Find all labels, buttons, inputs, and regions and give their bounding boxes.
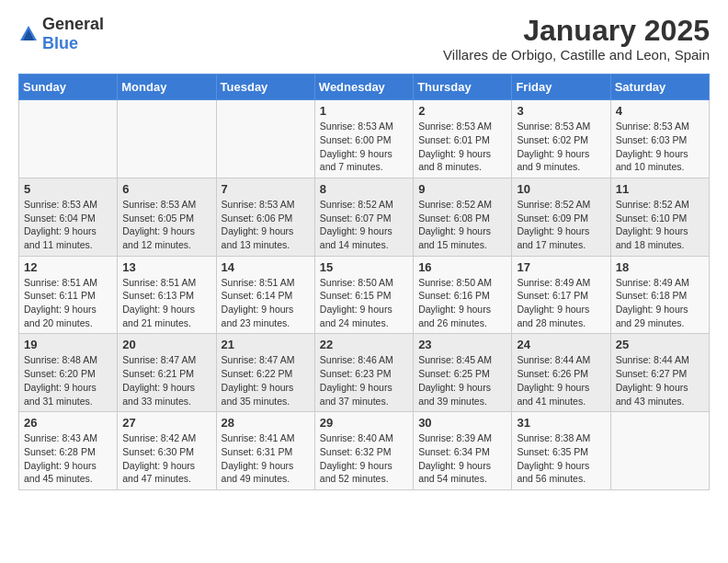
- page: General Blue January 2025 Villares de Or…: [0, 0, 728, 505]
- calendar-week-row: 1Sunrise: 8:53 AM Sunset: 6:00 PM Daylig…: [19, 100, 710, 178]
- calendar-cell: 11Sunrise: 8:52 AM Sunset: 6:10 PM Dayli…: [610, 178, 709, 256]
- day-detail: Sunrise: 8:53 AM Sunset: 6:04 PM Dayligh…: [24, 198, 112, 252]
- calendar-cell: 31Sunrise: 8:38 AM Sunset: 6:35 PM Dayli…: [512, 412, 610, 490]
- calendar-cell: 16Sunrise: 8:50 AM Sunset: 6:16 PM Dayli…: [414, 256, 512, 334]
- day-number: 21: [222, 338, 310, 351]
- logo-text: General Blue: [42, 15, 104, 53]
- day-number: 22: [320, 338, 408, 351]
- day-number: 20: [122, 338, 210, 351]
- calendar-table: SundayMondayTuesdayWednesdayThursdayFrid…: [18, 74, 710, 490]
- day-detail: Sunrise: 8:39 AM Sunset: 6:34 PM Dayligh…: [418, 431, 506, 486]
- day-detail: Sunrise: 8:53 AM Sunset: 6:03 PM Dayligh…: [616, 120, 704, 174]
- day-detail: Sunrise: 8:51 AM Sunset: 6:14 PM Dayligh…: [222, 276, 310, 330]
- calendar-cell: 2Sunrise: 8:53 AM Sunset: 6:01 PM Daylig…: [414, 100, 512, 178]
- day-header-tuesday: Tuesday: [216, 75, 314, 100]
- logo-general: General: [42, 15, 104, 33]
- calendar-cell: 12Sunrise: 8:51 AM Sunset: 6:11 PM Dayli…: [19, 256, 118, 334]
- calendar-cell: 29Sunrise: 8:40 AM Sunset: 6:32 PM Dayli…: [314, 412, 413, 490]
- day-number: 12: [24, 260, 112, 274]
- title-block: January 2025 Villares de Orbigo, Castill…: [443, 15, 710, 63]
- day-detail: Sunrise: 8:52 AM Sunset: 6:07 PM Dayligh…: [320, 198, 408, 252]
- day-detail: Sunrise: 8:40 AM Sunset: 6:32 PM Dayligh…: [320, 431, 408, 486]
- day-number: 16: [418, 260, 506, 274]
- calendar-cell: 1Sunrise: 8:53 AM Sunset: 6:00 PM Daylig…: [314, 100, 413, 178]
- calendar-cell: 25Sunrise: 8:44 AM Sunset: 6:27 PM Dayli…: [610, 334, 709, 412]
- day-detail: Sunrise: 8:51 AM Sunset: 6:13 PM Dayligh…: [122, 276, 210, 330]
- calendar-week-row: 12Sunrise: 8:51 AM Sunset: 6:11 PM Dayli…: [19, 256, 710, 334]
- calendar-header-row: SundayMondayTuesdayWednesdayThursdayFrid…: [19, 75, 710, 100]
- calendar-cell: 24Sunrise: 8:44 AM Sunset: 6:26 PM Dayli…: [512, 334, 610, 412]
- day-number: 5: [24, 182, 112, 196]
- day-number: 10: [517, 182, 605, 196]
- day-detail: Sunrise: 8:50 AM Sunset: 6:16 PM Dayligh…: [418, 276, 506, 330]
- calendar-week-row: 26Sunrise: 8:43 AM Sunset: 6:28 PM Dayli…: [19, 412, 710, 490]
- day-detail: Sunrise: 8:42 AM Sunset: 6:30 PM Dayligh…: [122, 431, 210, 486]
- day-number: 24: [517, 338, 605, 351]
- logo: General Blue: [18, 15, 104, 53]
- day-detail: Sunrise: 8:49 AM Sunset: 6:18 PM Dayligh…: [616, 276, 704, 330]
- header: General Blue January 2025 Villares de Or…: [18, 15, 710, 63]
- calendar-cell: 4Sunrise: 8:53 AM Sunset: 6:03 PM Daylig…: [610, 100, 709, 178]
- calendar-cell: 30Sunrise: 8:39 AM Sunset: 6:34 PM Dayli…: [414, 412, 512, 490]
- day-detail: Sunrise: 8:46 AM Sunset: 6:23 PM Dayligh…: [320, 353, 408, 408]
- day-detail: Sunrise: 8:44 AM Sunset: 6:27 PM Dayligh…: [616, 353, 704, 408]
- logo-icon: [18, 24, 39, 44]
- day-number: 18: [616, 260, 704, 274]
- day-detail: Sunrise: 8:47 AM Sunset: 6:21 PM Dayligh…: [122, 353, 210, 408]
- calendar-cell: 26Sunrise: 8:43 AM Sunset: 6:28 PM Dayli…: [19, 412, 118, 490]
- day-detail: Sunrise: 8:44 AM Sunset: 6:26 PM Dayligh…: [517, 353, 605, 408]
- day-number: 28: [222, 416, 310, 430]
- day-detail: Sunrise: 8:53 AM Sunset: 6:01 PM Dayligh…: [418, 120, 506, 174]
- day-number: 25: [616, 338, 704, 351]
- day-detail: Sunrise: 8:47 AM Sunset: 6:22 PM Dayligh…: [222, 353, 310, 408]
- day-header-monday: Monday: [118, 75, 216, 100]
- calendar-cell: 23Sunrise: 8:45 AM Sunset: 6:25 PM Dayli…: [414, 334, 512, 412]
- day-number: 7: [222, 182, 310, 196]
- day-detail: Sunrise: 8:41 AM Sunset: 6:31 PM Dayligh…: [222, 431, 310, 486]
- calendar-title: January 2025: [443, 15, 710, 47]
- day-detail: Sunrise: 8:43 AM Sunset: 6:28 PM Dayligh…: [24, 431, 112, 486]
- calendar-cell: 20Sunrise: 8:47 AM Sunset: 6:21 PM Dayli…: [118, 334, 216, 412]
- day-number: 1: [320, 104, 408, 118]
- calendar-cell: [118, 100, 216, 178]
- day-number: 29: [320, 416, 408, 430]
- day-detail: Sunrise: 8:38 AM Sunset: 6:35 PM Dayligh…: [517, 431, 605, 486]
- day-number: 9: [418, 182, 506, 196]
- calendar-cell: 22Sunrise: 8:46 AM Sunset: 6:23 PM Dayli…: [314, 334, 413, 412]
- day-header-thursday: Thursday: [414, 75, 512, 100]
- calendar-week-row: 19Sunrise: 8:48 AM Sunset: 6:20 PM Dayli…: [19, 334, 710, 412]
- calendar-cell: 19Sunrise: 8:48 AM Sunset: 6:20 PM Dayli…: [19, 334, 118, 412]
- day-number: 23: [418, 338, 506, 351]
- calendar-cell: 6Sunrise: 8:53 AM Sunset: 6:05 PM Daylig…: [118, 178, 216, 256]
- day-number: 3: [517, 104, 605, 118]
- day-detail: Sunrise: 8:53 AM Sunset: 6:06 PM Dayligh…: [222, 198, 310, 252]
- day-header-friday: Friday: [512, 75, 610, 100]
- day-detail: Sunrise: 8:51 AM Sunset: 6:11 PM Dayligh…: [24, 276, 112, 330]
- calendar-cell: 3Sunrise: 8:53 AM Sunset: 6:02 PM Daylig…: [512, 100, 610, 178]
- day-number: 17: [517, 260, 605, 274]
- calendar-cell: 18Sunrise: 8:49 AM Sunset: 6:18 PM Dayli…: [610, 256, 709, 334]
- day-detail: Sunrise: 8:48 AM Sunset: 6:20 PM Dayligh…: [24, 353, 112, 408]
- day-number: 2: [418, 104, 506, 118]
- day-number: 19: [24, 338, 112, 351]
- calendar-cell: 13Sunrise: 8:51 AM Sunset: 6:13 PM Dayli…: [118, 256, 216, 334]
- day-number: 6: [122, 182, 210, 196]
- calendar-cell: 10Sunrise: 8:52 AM Sunset: 6:09 PM Dayli…: [512, 178, 610, 256]
- day-detail: Sunrise: 8:50 AM Sunset: 6:15 PM Dayligh…: [320, 276, 408, 330]
- day-detail: Sunrise: 8:52 AM Sunset: 6:10 PM Dayligh…: [616, 198, 704, 252]
- day-number: 31: [517, 416, 605, 430]
- day-number: 27: [122, 416, 210, 430]
- calendar-cell: 7Sunrise: 8:53 AM Sunset: 6:06 PM Daylig…: [216, 178, 314, 256]
- calendar-week-row: 5Sunrise: 8:53 AM Sunset: 6:04 PM Daylig…: [19, 178, 710, 256]
- day-detail: Sunrise: 8:52 AM Sunset: 6:09 PM Dayligh…: [517, 198, 605, 252]
- calendar-cell: 5Sunrise: 8:53 AM Sunset: 6:04 PM Daylig…: [19, 178, 118, 256]
- day-number: 30: [418, 416, 506, 430]
- calendar-cell: [610, 412, 709, 490]
- day-number: 8: [320, 182, 408, 196]
- day-header-wednesday: Wednesday: [314, 75, 413, 100]
- day-detail: Sunrise: 8:49 AM Sunset: 6:17 PM Dayligh…: [517, 276, 605, 330]
- calendar-cell: [216, 100, 314, 178]
- calendar-cell: 15Sunrise: 8:50 AM Sunset: 6:15 PM Dayli…: [314, 256, 413, 334]
- day-header-sunday: Sunday: [19, 75, 118, 100]
- day-detail: Sunrise: 8:52 AM Sunset: 6:08 PM Dayligh…: [418, 198, 506, 252]
